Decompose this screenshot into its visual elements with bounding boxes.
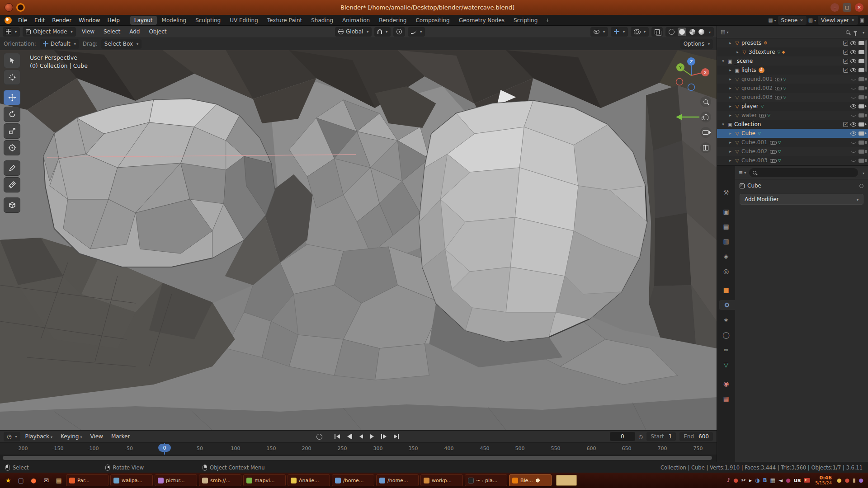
outliner-row-ground-003[interactable]: ground.003 ▽ [717,93,868,102]
pan-button[interactable] [700,112,711,122]
workspace-tab-sculpting[interactable]: Sculpting [191,16,225,25]
hide-toggle[interactable] [850,122,856,127]
transform-tool[interactable] [4,140,20,155]
taskbar-window-workp[interactable]: workp... [420,474,463,486]
taskbar-window-terminal[interactable]: ~ : pla... [465,474,507,486]
workspace-tab-texture-paint[interactable]: Texture Paint [263,16,306,25]
outliner-row-cube-selected[interactable]: Cube ▽ [717,129,868,138]
filter-icon[interactable] [853,31,858,33]
menu-add[interactable]: Add [126,28,143,36]
disclosure-triangle-icon[interactable] [727,86,734,90]
tab-modifiers-active[interactable]: ⚙ [719,300,735,310]
menu-window[interactable]: Window [75,16,104,24]
browse-scene-icon[interactable]: ▦ [768,17,776,23]
play-reverse-button[interactable] [358,433,364,440]
camera-view-button[interactable] [700,127,711,138]
blender-logo-icon[interactable] [5,17,12,24]
disclosure-triangle-icon[interactable] [727,41,734,45]
disclosure-triangle-icon[interactable] [727,104,734,108]
browse-viewlayer-icon[interactable]: ▥ [808,17,816,23]
outliner-row-lights[interactable]: lights 4 ✓ [717,66,868,75]
use-preview-range-icon[interactable]: ◷ [639,434,643,440]
3d-viewport-canvas[interactable] [0,50,717,430]
tray-app-purple-icon[interactable]: ● [859,477,863,483]
workspace-tab-shading[interactable]: Shading [307,16,337,25]
disclosure-triangle-icon[interactable] [727,68,734,72]
show-desktop-icon[interactable]: ▢ [15,475,26,486]
render-visibility-toggle[interactable] [859,77,864,81]
disclosure-triangle-icon[interactable] [720,122,726,127]
hidden-toggle[interactable] [851,159,856,162]
transform-orientation-dropdown[interactable]: Global [335,27,372,37]
window-titlebar[interactable]: Blender* [/home/amalie/Desktop/blender/w… [0,0,868,15]
hidden-toggle[interactable] [851,78,856,80]
zoom-button[interactable] [700,96,711,107]
xray-toggle[interactable] [651,27,663,37]
timeline-ruler[interactable]: -200 -150 -100 -50 0 50 100 150 200 250 … [0,442,717,455]
wireframe-shading-button[interactable] [669,29,675,35]
prev-keyframe-button[interactable] [346,433,354,440]
outliner-row-player[interactable]: player ▽ [717,102,868,111]
play-button[interactable] [369,433,375,440]
outliner-row-ground-002[interactable]: ground.002 ▽ [717,84,868,93]
player-tray-icon[interactable]: ▸ [749,477,752,483]
volume-icon[interactable]: ◄ [778,477,783,483]
render-visibility-toggle[interactable] [859,41,864,45]
frame-end-field[interactable]: End600 [679,432,713,441]
new-viewlayer-icon[interactable]: ▣ [860,17,864,23]
disclosure-triangle-icon[interactable] [727,77,734,81]
auto-keying-toggle[interactable] [316,434,322,440]
properties-options-dropdown[interactable] [861,169,864,176]
microphone-icon[interactable]: ● [786,477,790,483]
checkbox-icon[interactable]: ✓ [843,59,848,64]
render-visibility-toggle[interactable] [859,95,864,99]
taskbar-window-smb[interactable]: smb://... [199,474,241,486]
menu-view[interactable]: View [79,28,98,36]
scrollbar-handle[interactable] [3,456,712,460]
taskbar-window-mapvi[interactable]: mapvi... [243,474,286,486]
disclosure-triangle-icon[interactable] [727,158,734,163]
menu-marker[interactable]: Marker [108,432,133,441]
menu-file[interactable]: File [14,16,31,24]
menu-help[interactable]: Help [104,16,123,24]
select-box-tool[interactable] [4,53,20,68]
tab-physics[interactable]: ◯ [719,330,733,340]
outliner-row-ground-001[interactable]: ground.001 ▽ [717,75,868,84]
scene-selector[interactable]: Scene ✕ [778,16,807,25]
hide-toggle[interactable] [850,131,856,136]
render-visibility-toggle[interactable] [859,159,864,163]
view-navigation-gizmo[interactable]: Z Y X [672,56,710,94]
maximize-button[interactable]: ▢ [843,3,851,12]
next-keyframe-button[interactable] [380,433,388,440]
outliner-row-cube-003[interactable]: Cube.003 ▽ [717,156,868,165]
pin-icon[interactable] [859,184,863,188]
render-visibility-toggle[interactable] [859,141,864,145]
outliner-row-3dtexture[interactable]: 3dtexture ▽◆ ✓ [717,47,868,56]
hidden-toggle[interactable] [851,141,856,144]
render-visibility-toggle[interactable] [859,59,864,63]
properties-editor-selector[interactable]: ≡ [739,169,746,175]
cursor-tool[interactable] [4,70,20,85]
render-visibility-toggle[interactable] [859,122,864,127]
unlink-scene-icon[interactable]: ✕ [800,18,803,23]
workspace-tab-uv-editing[interactable]: UV Editing [226,16,262,25]
render-visibility-toggle[interactable] [859,150,864,154]
drag-dropdown[interactable]: Select Box [101,39,142,49]
proportional-editing-toggle[interactable] [393,27,405,37]
hide-toggle[interactable] [850,41,856,45]
taskbar-window-analie[interactable]: Analie... [288,474,330,486]
app-launcher-icon[interactable]: ★ [3,475,14,486]
workspace-tab-modeling[interactable]: Modeling [158,16,191,25]
render-visibility-toggle[interactable] [859,86,864,90]
show-gizmo-dropdown[interactable] [611,27,628,37]
menu-playback[interactable]: Playback [22,432,56,441]
solid-shading-button-active[interactable] [678,28,686,36]
workspace-tab-scripting[interactable]: Scripting [509,16,542,25]
show-overlays-dropdown[interactable] [631,27,649,37]
desktop-pager[interactable] [556,475,577,486]
jump-to-start-button[interactable] [333,433,341,440]
tab-material[interactable]: ◉ [719,379,733,389]
outliner-scrollbar[interactable] [865,40,867,72]
files-icon[interactable]: ▤ [53,475,64,486]
taskbar-window-pictur[interactable]: pictur... [155,474,197,486]
